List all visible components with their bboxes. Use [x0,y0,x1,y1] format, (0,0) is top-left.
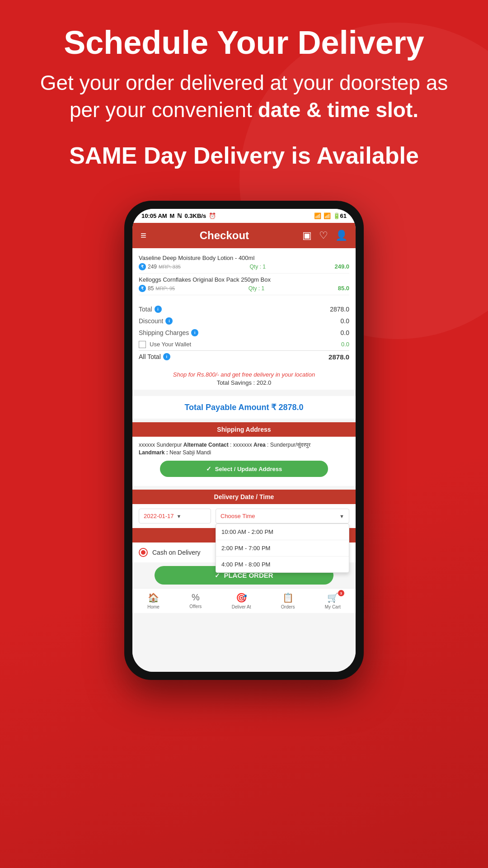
date-select[interactable]: 2022-01-17 ▼ [139,509,211,524]
app-header: ≡ Checkout ▣ ♡ 👤 [132,223,356,248]
menu-icon[interactable]: ≡ [141,230,146,241]
checkmark-icon: ✓ [206,465,211,472]
shipping-label: Shipping Charges i [139,329,198,336]
cart-badge: 3 [338,590,344,596]
total-info-icon: i [155,306,162,313]
mrp-price-1: MRP: 335 [159,264,181,269]
time-display: 10:05 AM [141,212,167,219]
all-total-value: 2878.0 [328,353,349,361]
promo-text: Shop for Rs.800/- and get free delivery … [139,371,349,378]
user-icon[interactable]: 👤 [335,230,347,241]
item-price-val-1: 249 [148,264,157,270]
time-placeholder: Choose Time [221,513,255,519]
status-bar: 10:05 AM M ℕ 0.3KB/s ⏰ 📶 📶 🔋61 [132,209,356,223]
item-price-1: ₹ 249 MRP: 335 [139,263,181,270]
cart-item-2: Kelloggs Cornflakes Original Box Pack 25… [139,274,349,295]
discount-row: Discount i 0.0 [139,315,349,327]
place-order-checkmark: ✓ [215,572,220,579]
all-total-row: All Total i 2878.0 [139,350,349,363]
signal-icon: 📶 [314,212,321,219]
date-value: 2022-01-17 [144,513,174,519]
header-title: Schedule Your Delivery [27,25,461,61]
total-value: 2878.0 [330,306,349,313]
wallet-row: Use Your Wallet 0.0 [139,339,349,350]
radio-inner [141,550,145,555]
discount-info-icon: i [165,317,173,325]
wallet-label: Use Your Wallet [150,341,191,348]
savings-text: Total Savings : 202.0 [139,379,349,386]
status-right: 📶 📶 🔋61 [314,212,347,219]
total-label: Total i [139,306,162,313]
header-subtitle: Get your order delivered at your doorste… [27,70,461,124]
cart-icon: 🛒 [327,592,338,603]
gap-1 [132,390,356,393]
item-name-2: Kelloggs Cornflakes Original Box Pack 25… [139,276,349,283]
time-option-2[interactable]: 2:00 PM - 7:00 PM [216,540,349,557]
payment-label: Cash on Delivery [152,549,201,556]
price-badge-2: ₹ [139,285,146,292]
shipping-value: 0.0 [341,329,349,336]
orders-icon: 📋 [282,592,294,603]
discount-label: Discount i [139,317,173,325]
address-section: xxxxxx Sunderpur Alternate Contact : xxx… [132,437,356,486]
summary-section: Total i 2878.0 Discount i 0.0 [132,299,356,368]
price-badge-1: ₹ [139,263,146,270]
bottom-nav: 🏠 Home % Offers 🎯 Deliver At 📋 Orders [132,588,356,613]
delivery-title: Delivery Date / Time [139,493,349,500]
battery-display: 🔋61 [333,212,347,219]
nav-my-cart[interactable]: 🛒 3 My Cart [325,592,341,609]
total-payable-text: Total Payable Amount ₹ 2878.0 [139,402,349,412]
delivery-header: Delivery Date / Time [132,490,356,504]
payment-radio[interactable] [139,548,148,557]
select-address-button[interactable]: ✓ Select / Update Address [160,461,328,477]
item-name-1: Vaseline Deep Moisture Body Lotion - 400… [139,255,349,261]
network-indicator: ℕ [177,212,182,219]
status-left: 10:05 AM M ℕ 0.3KB/s ⏰ [141,212,216,219]
item-total-2: 85.0 [338,285,349,292]
time-dropdown: Choose Time ▼ 10:00 AM - 2:00 PM 2:00 PM… [216,509,349,524]
phone-screen: 10:05 AM M ℕ 0.3KB/s ⏰ 📶 📶 🔋61 ≡ Checkou… [132,209,356,672]
shipping-address-header: Shipping Address [132,422,356,437]
phone-wrapper: 10:05 AM M ℕ 0.3KB/s ⏰ 📶 📶 🔋61 ≡ Checkou… [0,201,488,680]
nav-orders[interactable]: 📋 Orders [281,592,295,609]
time-option-3[interactable]: 4:00 PM - 8:00 PM [216,557,349,572]
wifi-icon: 📶 [324,212,331,219]
nav-offers[interactable]: % Offers [189,592,202,609]
cart-section: Vaseline Deep Moisture Body Lotion - 400… [132,248,356,299]
promo-banner: Shop for Rs.800/- and get free delivery … [132,368,356,390]
heart-icon[interactable]: ♡ [319,230,328,241]
alarm-icon: ⏰ [209,212,216,219]
same-day-text: SAME Day Delivery is Available [27,142,461,169]
gap-2 [132,419,356,422]
nav-cart-label: My Cart [325,604,341,609]
speed-display: 0.3KB/s [184,212,206,219]
time-dropdown-arrow: ▼ [339,514,344,519]
address-text: xxxxxx Sunderpur Alternate Contact : xxx… [139,441,349,457]
nav-deliver-at[interactable]: 🎯 Deliver At [232,592,251,609]
all-total-info-icon: i [163,353,170,360]
wallet-checkbox[interactable] [139,341,146,348]
nav-orders-label: Orders [281,604,295,609]
wallet-icon[interactable]: ▣ [302,230,312,241]
network-icon: M [170,212,175,219]
item-price-2: ₹ 85 MRP: 95 [139,285,175,292]
wallet-value: 0.0 [341,341,349,348]
all-total-label: All Total i [139,353,170,361]
item-details-1: ₹ 249 MRP: 335 Qty : 1 249.0 [139,263,349,270]
nav-offers-label: Offers [189,604,202,609]
delivery-section: 2022-01-17 ▼ Choose Time ▼ 10:00 AM - 2:… [132,504,356,528]
item-qty-2: Qty : 1 [249,285,264,292]
header-icons: ▣ ♡ 👤 [302,230,347,241]
nav-home[interactable]: 🏠 Home [147,592,160,609]
shipping-row: Shipping Charges i 0.0 [139,327,349,339]
time-option-1[interactable]: 10:00 AM - 2:00 PM [216,524,349,540]
phone-frame: 10:05 AM M ℕ 0.3KB/s ⏰ 📶 📶 🔋61 ≡ Checkou… [124,201,364,680]
discount-value: 0.0 [341,317,349,325]
app-title: Checkout [200,229,249,242]
deliver-icon: 🎯 [236,592,247,603]
cart-item-1: Vaseline Deep Moisture Body Lotion - 400… [139,252,349,274]
time-select[interactable]: Choose Time ▼ [216,509,349,524]
nav-home-label: Home [147,604,160,609]
item-details-2: ₹ 85 MRP: 95 Qty : 1 85.0 [139,285,349,292]
time-dropdown-menu: 10:00 AM - 2:00 PM 2:00 PM - 7:00 PM 4:0… [216,524,349,573]
